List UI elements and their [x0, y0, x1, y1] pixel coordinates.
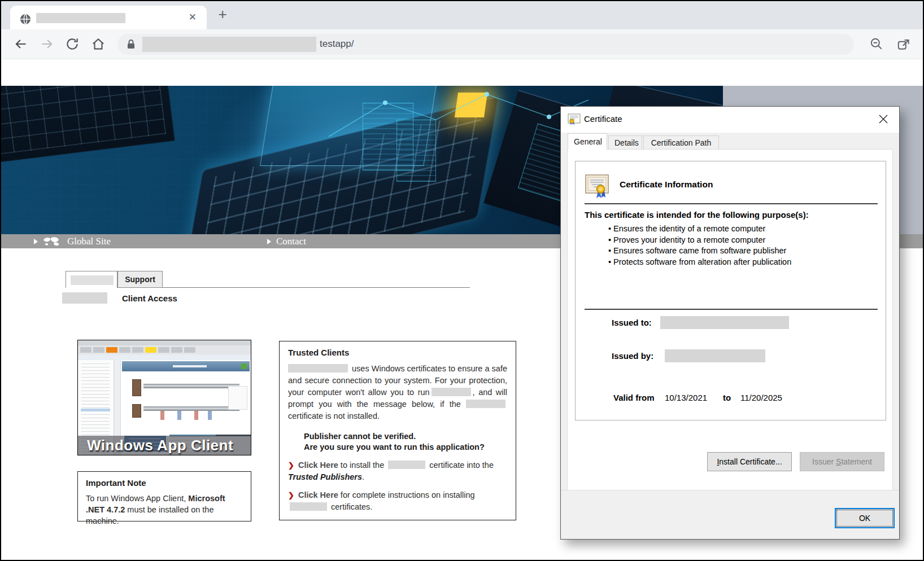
url-text: testapp/ — [320, 38, 354, 50]
purpose-item: Ensures software came from software publ… — [608, 246, 791, 257]
line-text: certificates. — [329, 502, 372, 511]
nav-item-contact[interactable]: Contact — [267, 234, 306, 248]
certificate-small-icon — [568, 113, 581, 125]
inline-redacted — [288, 364, 348, 372]
instructions-line: ❯Click Here for complete instructions on… — [288, 489, 507, 513]
trusted-clients-paragraph: uses Windows certificates to ensure a sa… — [288, 363, 507, 422]
page-tab-support[interactable]: Support — [117, 271, 163, 288]
browser-tab[interactable]: ✕ — [10, 6, 207, 29]
purpose-item: Protects software from alteration after … — [608, 257, 791, 268]
publisher-warning: Publisher cannot be verified. Are you su… — [304, 431, 507, 453]
separator — [585, 309, 878, 310]
valid-from-label: Valid from — [613, 393, 655, 402]
issuer-statement-button[interactable]: Issuer Statement — [800, 452, 884, 471]
reload-icon[interactable] — [65, 37, 81, 52]
heading-redacted — [62, 292, 107, 304]
intended-purposes-heading: This certificate is intended for the fol… — [585, 210, 809, 220]
tab-label-redacted — [71, 275, 114, 285]
home-icon[interactable] — [91, 37, 107, 52]
warning-line: Are you sure you want to run this applic… — [304, 442, 507, 453]
install-certificate-button[interactable]: Install Certificate... — [707, 452, 792, 471]
button-text: Issuer — [812, 457, 834, 466]
windows-app-client-thumbnail[interactable]: Windows App Client — [77, 340, 251, 455]
dialog-footer: OK — [561, 490, 899, 539]
valid-to-label: to — [723, 393, 731, 402]
line-text: certificate into the — [427, 461, 494, 470]
dialog-tab-panel: Certificate Information This certificate… — [567, 149, 893, 490]
important-note-title: Important Note — [86, 478, 243, 488]
zoom-out-icon[interactable] — [869, 37, 885, 52]
purpose-list: Ensures the identity of a remote compute… — [608, 223, 791, 268]
click-here-link[interactable]: Click Here — [298, 461, 338, 470]
chevron-icon: ❯ — [288, 461, 294, 470]
lock-icon[interactable] — [127, 39, 136, 50]
nav-item-global-site[interactable]: Global Site — [34, 234, 111, 248]
certificate-information-title: Certificate Information — [620, 179, 713, 190]
url-redacted — [142, 37, 316, 52]
valid-end-date: 11/20/2025 — [740, 393, 782, 402]
line-text: . — [362, 472, 364, 481]
network-lines — [317, 86, 600, 154]
purpose-item: Proves your identity to a remote compute… — [608, 235, 791, 246]
back-icon[interactable] — [14, 37, 29, 52]
line-text: to install the — [338, 461, 386, 470]
tab-title-redacted — [36, 13, 125, 23]
tab-certification-path[interactable]: Certification Path — [643, 135, 719, 150]
page-top-band: 8 — [1, 59, 923, 86]
dialog-tab-strip: General Details Certification Path — [561, 133, 899, 150]
important-note-body: To run Windows App Client, Microsoft .NE… — [86, 493, 243, 527]
tab-general[interactable]: General — [568, 133, 607, 150]
dialog-close-icon[interactable] — [875, 111, 891, 127]
tab-details[interactable]: Details — [608, 135, 642, 150]
trusted-clients-title: Trusted Clients — [288, 348, 507, 357]
chevron-icon: ❯ — [288, 491, 294, 499]
click-here-link[interactable]: Click Here — [298, 490, 338, 499]
ok-button[interactable]: OK — [835, 508, 895, 528]
inline-redacted — [290, 502, 327, 511]
world-map-icon — [43, 236, 62, 246]
address-bar[interactable]: testapp/ — [117, 34, 854, 55]
page-tab-redacted[interactable] — [66, 271, 117, 288]
client-access-label: Client Access — [122, 293, 177, 303]
nav-arrow-icon — [267, 239, 271, 244]
certificate-group-box: Certificate Information This certificate… — [575, 161, 886, 420]
share-icon[interactable] — [896, 37, 912, 52]
windows-app-client-banner: Windows App Client — [78, 436, 251, 455]
valid-start-date: 10/13/2021 — [665, 393, 707, 402]
warning-line: Publisher cannot be verified. — [304, 431, 507, 442]
issued-to-label: Issued to: — [612, 318, 652, 327]
new-tab-button[interactable]: + — [213, 6, 232, 24]
important-note-box: Important Note To run Windows App Client… — [77, 471, 251, 521]
dialog-title-bar[interactable]: Certificate — [561, 107, 899, 133]
button-text: Statement — [836, 453, 872, 471]
globe-favicon-icon — [19, 13, 32, 25]
install-cert-line: ❯Click Here to install the certificate i… — [288, 459, 507, 483]
tab-close-icon[interactable]: ✕ — [189, 11, 197, 23]
nav-label: Global Site — [67, 236, 111, 247]
browser-toolbar: testapp/ — [1, 29, 923, 59]
dialog-title: Certificate — [584, 114, 622, 124]
client-access-heading: Client Access — [62, 292, 177, 306]
browser-tab-strip: ✕ + — [1, 1, 923, 29]
issued-by-redacted — [665, 349, 765, 362]
issued-by-label: Issued by: — [612, 351, 653, 361]
nav-arrow-icon — [34, 239, 38, 244]
separator — [585, 203, 878, 204]
issued-to-redacted — [660, 316, 789, 329]
certificate-dialog: Certificate General Details Certificatio… — [560, 106, 900, 540]
nav-label: Contact — [276, 236, 306, 247]
forward-icon[interactable] — [40, 37, 55, 52]
screenshot-root: ✕ + testapp/ 8 — [0, 0, 924, 561]
certificate-large-icon — [585, 174, 611, 199]
inline-redacted — [466, 400, 505, 408]
trusted-publishers-text: Trusted Publishers — [288, 472, 362, 481]
paragraph-text: certificate is not installed. — [288, 411, 380, 420]
line-text: for complete instructions on installing — [338, 490, 475, 499]
inline-redacted — [432, 388, 471, 396]
note-text: To run Windows App Client, — [86, 494, 188, 503]
inline-redacted — [388, 461, 425, 469]
purpose-item: Ensures the identity of a remote compute… — [608, 223, 791, 235]
trusted-clients-box: Trusted Clients uses Windows certificate… — [279, 341, 516, 520]
